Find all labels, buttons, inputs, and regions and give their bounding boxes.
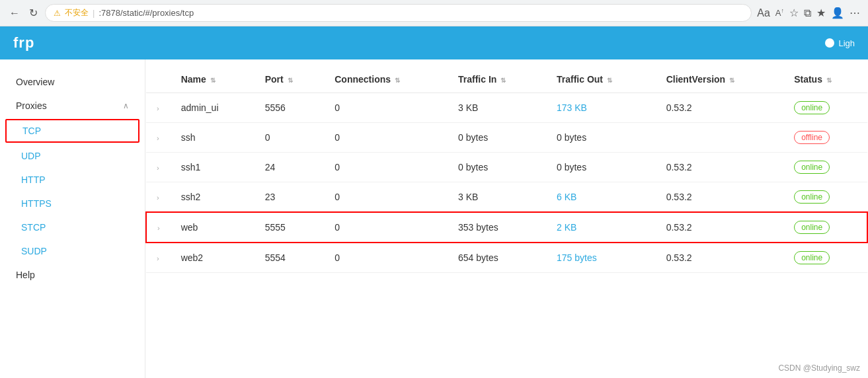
client-version-cell: 0.53.2 <box>656 212 783 243</box>
udp-label: UDP <box>21 151 41 161</box>
traffic-in-cell: 654 bytes <box>448 243 546 273</box>
name-cell: admin_ui <box>171 93 255 123</box>
expand-cell[interactable]: › <box>146 212 171 243</box>
sidebar-section-proxies[interactable]: Proxies ∧ <box>0 94 145 118</box>
connections-cell: 0 <box>324 153 448 182</box>
connections-cell: 0 <box>324 243 448 273</box>
status-badge: online <box>794 101 830 114</box>
https-label: HTTPS <box>21 198 52 209</box>
profile-icon[interactable]: 👤 <box>831 7 844 19</box>
port-cell: 5554 <box>255 243 325 273</box>
sidebar-item-udp[interactable]: UDP <box>0 144 145 168</box>
traffic-out-cell: 2 KB <box>546 212 656 243</box>
expand-arrow[interactable]: › <box>157 224 160 232</box>
status-cell: online <box>783 153 867 182</box>
sidebar-item-tcp[interactable]: TCP <box>5 119 139 143</box>
table-row[interactable]: › admin_ui 5556 0 3 KB 173 KB 0.53.2 onl… <box>146 93 867 123</box>
expand-arrow[interactable]: › <box>157 104 159 112</box>
expand-cell[interactable]: › <box>146 93 171 123</box>
traffic-in-cell: 0 bytes <box>448 153 546 182</box>
port-cell: 24 <box>255 153 325 182</box>
menu-icon[interactable]: ⋯ <box>849 7 860 19</box>
expand-arrow[interactable]: › <box>157 194 159 202</box>
collapse-icon: ∧ <box>123 101 129 110</box>
bookmark-icon[interactable]: ☆ <box>789 7 799 19</box>
status-badge: offline <box>794 131 830 144</box>
proxy-table: Name ⇅ Port ⇅ Connections ⇅ Traffic In ⇅… <box>145 66 868 273</box>
name-cell: ssh1 <box>171 153 255 182</box>
back-button[interactable]: ← <box>8 7 21 20</box>
status-badge: online <box>794 190 830 204</box>
port-cell: 0 <box>255 123 325 153</box>
table-row[interactable]: › ssh2 23 0 3 KB 6 KB 0.53.2 online <box>146 182 867 213</box>
app-logo: frp <box>13 34 34 52</box>
browser-chrome: ← ↻ ⚠ 不安全 | :7878/static/#/proxies/tcp A… <box>0 0 868 26</box>
port-cell: 5556 <box>255 93 325 123</box>
col-traffic-out[interactable]: Traffic Out ⇅ <box>546 66 656 93</box>
name-cell: web <box>171 212 255 243</box>
refresh-button[interactable]: ↻ <box>26 7 40 20</box>
col-traffic-in[interactable]: Traffic In ⇅ <box>448 66 546 93</box>
port-cell: 23 <box>255 182 325 213</box>
connections-cell: 0 <box>324 123 448 153</box>
overview-label: Overview <box>16 77 54 87</box>
help-label: Help <box>16 270 35 280</box>
status-badge: online <box>794 161 830 174</box>
table-row[interactable]: › ssh 0 0 0 bytes 0 bytes offline <box>146 123 867 153</box>
sidebar-item-stcp[interactable]: STCP <box>0 215 145 239</box>
client-version-cell: 0.53.2 <box>656 153 783 182</box>
table-row[interactable]: › ssh1 24 0 0 bytes 0 bytes 0.53.2 onlin… <box>146 153 867 182</box>
sidebar-item-http[interactable]: HTTP <box>0 168 145 192</box>
traffic-in-cell: 353 bytes <box>448 212 546 243</box>
tcp-label: TCP <box>22 126 41 136</box>
expand-cell[interactable]: › <box>146 243 171 273</box>
content-area: Name ⇅ Port ⇅ Connections ⇅ Traffic In ⇅… <box>145 59 868 378</box>
watermark: CSDN @Studying_swz <box>778 363 860 373</box>
table-row[interactable]: › web2 5554 0 654 bytes 175 bytes 0.53.2… <box>146 243 867 273</box>
expand-arrow[interactable]: › <box>157 254 159 262</box>
sidebar: Overview Proxies ∧ TCP UDP HTTP HTTPS ST… <box>0 59 145 378</box>
col-expand <box>146 66 171 93</box>
expand-cell[interactable]: › <box>146 182 171 213</box>
expand-cell[interactable]: › <box>146 153 171 182</box>
connections-cell: 0 <box>324 93 448 123</box>
sudp-label: SUDP <box>21 246 47 256</box>
name-cell: ssh2 <box>171 182 255 213</box>
address-text: :7878/static/#/proxies/tcp <box>99 8 194 18</box>
address-bar[interactable]: ⚠ 不安全 | :7878/static/#/proxies/tcp <box>45 4 752 22</box>
http-label: HTTP <box>21 174 46 185</box>
sidebar-item-https[interactable]: HTTPS <box>0 192 145 215</box>
proxies-label: Proxies <box>16 100 47 111</box>
favorites-icon[interactable]: ★ <box>816 7 826 19</box>
expand-arrow[interactable]: › <box>157 164 159 172</box>
sidebar-item-overview[interactable]: Overview <box>0 70 145 94</box>
app-header: frp Ligh <box>0 26 868 59</box>
main-area: Overview Proxies ∧ TCP UDP HTTP HTTPS ST… <box>0 59 868 378</box>
status-cell: online <box>783 212 867 243</box>
read-aloud-icon[interactable]: Aa <box>757 7 770 19</box>
port-cell: 5555 <box>255 212 325 243</box>
col-status[interactable]: Status ⇅ <box>783 66 867 93</box>
col-name[interactable]: Name ⇅ <box>171 66 255 93</box>
split-view-icon[interactable]: ⧉ <box>804 7 811 19</box>
theme-toggle[interactable]: Ligh <box>825 38 855 48</box>
table-row[interactable]: › web 5555 0 353 bytes 2 KB 0.53.2 onlin… <box>146 212 867 243</box>
expand-cell[interactable]: › <box>146 123 171 153</box>
status-cell: offline <box>783 123 867 153</box>
col-port[interactable]: Port ⇅ <box>255 66 325 93</box>
traffic-out-cell: 0 bytes <box>546 153 656 182</box>
security-warning-icon: ⚠ <box>54 9 61 18</box>
font-size-icon[interactable]: A↑ <box>775 7 784 18</box>
traffic-in-cell: 0 bytes <box>448 123 546 153</box>
col-connections[interactable]: Connections ⇅ <box>324 66 448 93</box>
status-badge: online <box>794 221 830 234</box>
col-client-version[interactable]: ClientVersion ⇅ <box>656 66 783 93</box>
sidebar-item-help[interactable]: Help <box>0 263 145 287</box>
header-right: Ligh <box>825 38 855 48</box>
status-badge: online <box>794 251 830 264</box>
sidebar-item-sudp[interactable]: SUDP <box>0 239 145 263</box>
status-cell: online <box>783 182 867 213</box>
client-version-cell: 0.53.2 <box>656 243 783 273</box>
expand-arrow[interactable]: › <box>157 134 159 142</box>
status-cell: online <box>783 243 867 273</box>
